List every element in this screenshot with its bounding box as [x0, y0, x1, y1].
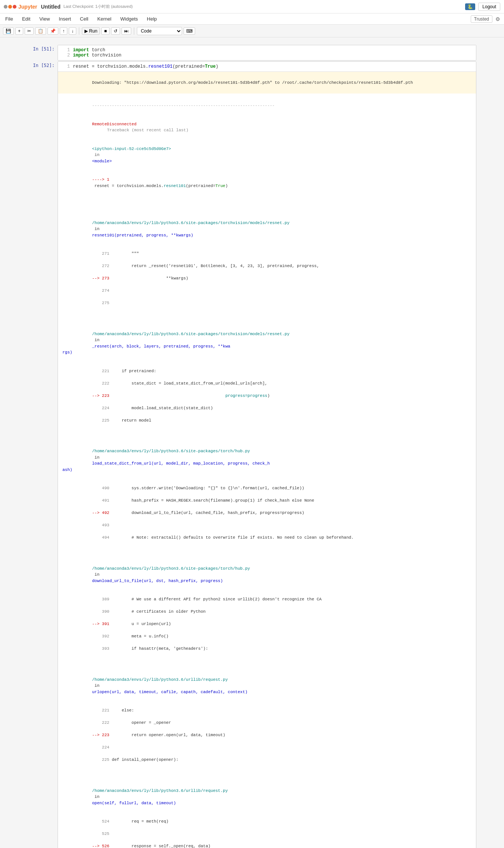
jupyter-brand: Jupyter: [18, 4, 37, 10]
stop-button[interactable]: ■: [101, 27, 109, 35]
logout-button[interactable]: Logout: [478, 3, 500, 11]
menu-widgets[interactable]: Widgets: [119, 15, 139, 22]
keyboard-button[interactable]: ⌨: [184, 27, 195, 35]
trusted-badge: Trusted: [471, 15, 492, 23]
run-button[interactable]: ▶ Run: [82, 27, 100, 35]
menu-edit[interactable]: Edit: [21, 15, 32, 22]
checkpoint-info: Last Checkpoint: 1小时前 (autosaved): [64, 4, 133, 9]
cell-type-select[interactable]: Code Markdown Raw NBConvert: [137, 27, 182, 35]
menu-bar: File Edit View Insert Cell Kernel Widget…: [0, 13, 504, 25]
menu-insert[interactable]: Insert: [57, 15, 73, 22]
toolbar: 💾 + ✂ 📋 📌 ↑ ↓ ▶ Run ■ ↺ ⏭ Code Markdown …: [0, 25, 504, 37]
copy-button[interactable]: 📋: [35, 27, 46, 35]
python-badge: 🐍: [465, 3, 475, 10]
cell-52-prompt: In [52]:: [28, 61, 58, 848]
downloading-line: Downloading: "https://download.pytorch.o…: [58, 72, 476, 94]
move-down-button[interactable]: ↓: [69, 27, 76, 35]
circle-gray: [4, 5, 7, 9]
cell-51: In [51]: 1 import torch 2 import torchvi…: [28, 45, 476, 61]
restart-button[interactable]: ↺: [111, 27, 120, 35]
cell-52: In [52]: 1 resnet = torchvision.models.r…: [28, 61, 476, 848]
gear-icon[interactable]: ⚙: [495, 16, 500, 22]
menu-view[interactable]: View: [38, 15, 51, 22]
notebook-title: Untitled: [41, 4, 61, 10]
save-button[interactable]: 💾: [3, 27, 14, 35]
cell-51-prompt: In [51]:: [28, 45, 58, 61]
main-content: In [51]: 1 import torch 2 import torchvi…: [0, 37, 504, 848]
cell-51-input: 1 import torch 2 import torchvision: [58, 45, 476, 60]
restart-run-button[interactable]: ⏭: [122, 27, 131, 35]
cell-52-output: Downloading: "https://download.pytorch.o…: [58, 71, 476, 848]
move-up-button[interactable]: ↑: [60, 27, 67, 35]
python-icon: 🐍: [467, 4, 473, 9]
jupyter-circles: [4, 5, 16, 9]
top-bar: Jupyter Untitled Last Checkpoint: 1小时前 (…: [0, 0, 504, 13]
circle-red: [13, 5, 16, 9]
jupyter-logo: Jupyter: [4, 4, 37, 10]
notebook-container: In [51]: 1 import torch 2 import torchvi…: [28, 45, 476, 848]
cell-52-input: 1 resnet = torchvision.models.resnet101(…: [58, 62, 476, 71]
circle-orange: [8, 5, 12, 9]
line-2: 2 import torchvision: [61, 53, 473, 58]
menu-file[interactable]: File: [4, 15, 15, 22]
menu-kernel[interactable]: Kernel: [96, 15, 113, 22]
line-1: 1 resnet = torchvision.models.resnet101(…: [61, 64, 473, 69]
cut-button[interactable]: ✂: [25, 27, 34, 35]
menu-bar-right: Trusted ⚙: [471, 15, 500, 23]
line-1: 1 import torch: [61, 48, 473, 53]
cell-51-content: 1 import torch 2 import torchvision: [58, 45, 476, 61]
top-bar-right: 🐍 Logout: [465, 3, 500, 11]
cell-52-content: 1 resnet = torchvision.models.resnet101(…: [58, 61, 476, 848]
add-cell-button[interactable]: +: [15, 27, 23, 35]
paste-button[interactable]: 📌: [47, 27, 58, 35]
toolbar-separator2: [134, 27, 134, 35]
menu-help[interactable]: Help: [145, 15, 159, 22]
toolbar-separator: [79, 27, 79, 35]
traceback-output: ----------------------------------------…: [58, 94, 476, 848]
menu-cell[interactable]: Cell: [79, 15, 90, 22]
